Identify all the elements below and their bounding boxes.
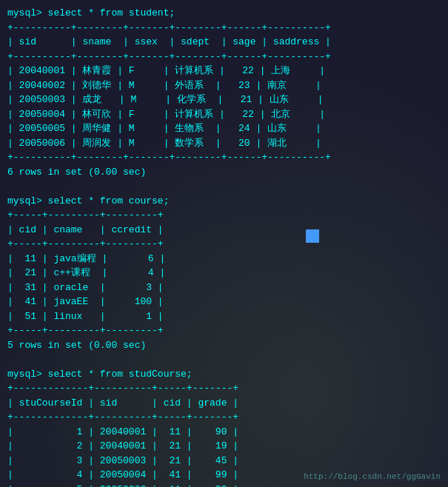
q3-row-1: | 2 | 20040001 | 21 | 19 | — [7, 440, 238, 451]
q3-row-3: | 4 | 20050004 | 41 | 99 | — [7, 469, 238, 480]
q2-row-3: | 41 | javaEE | 100 | — [7, 296, 164, 307]
q1-border-top: +----------+--------+-------+--------+--… — [7, 22, 331, 33]
q1-border-bottom: +----------+--------+-------+--------+--… — [7, 152, 331, 163]
q2-result: 5 rows in set (0.00 sec) — [7, 340, 146, 351]
q2-row-0: | 11 | java编程 | 6 | — [7, 253, 165, 264]
q3-header: | stuCourseId | sid | cid | grade | — [7, 397, 238, 409]
q2-header: | cid | cname | ccredit | — [7, 224, 164, 235]
q1-row-3: | 20050004 | 林可欣 | F | 计算机系 | 22 | 北京 | — [7, 109, 325, 120]
q2-border-top: +-----+---------+---------+ — [7, 209, 164, 221]
q1-result: 6 rows in set (0.00 sec) — [7, 167, 146, 178]
q3-border-top: +-------------+----------+-----+-------+ — [7, 383, 238, 394]
q1-border-mid: +----------+--------+-------+--------+--… — [7, 51, 331, 62]
q2-border-bottom: +-----+---------+---------+ — [7, 325, 164, 336]
terminal-window: mysql> select * from student; +---------… — [7, 6, 441, 487]
q2-row-2: | 31 | oracle | 3 | — [7, 282, 164, 293]
q2-row-1: | 21 | c++课程 | 4 | — [7, 267, 165, 278]
q3-row-4: | 5 | 20050006 | 11 | 39 | — [7, 484, 238, 488]
q1-row-1: | 20040002 | 刘德华 | M | 外语系 | 23 | 南京 | — [7, 80, 321, 91]
query2-prompt: mysql> select * from course; — [7, 195, 169, 206]
q3-row-0: | 1 | 20040001 | 11 | 90 | — [7, 426, 238, 437]
q1-row-4: | 20050005 | 周华健 | M | 生物系 | 24 | 山东 | — [7, 123, 321, 134]
q2-border-mid: +-----+---------+---------+ — [7, 238, 164, 249]
q1-row-2: | 20050003 | 成龙 | M | 化学系 | 21 | 山东 | — [7, 94, 323, 105]
q3-row-2: | 3 | 20050003 | 21 | 45 | — [7, 455, 238, 466]
q1-row-0: | 20040001 | 林青霞 | F | 计算机系 | 22 | 上海 | — [7, 65, 325, 76]
query1-prompt: mysql> select * from student; — [7, 7, 175, 19]
q3-border-mid: +-------------+----------+-----+-------+ — [7, 412, 238, 423]
q1-header: | sid | sname | ssex | sdept | sage | sa… — [7, 36, 331, 47]
terminal-content: mysql> select * from student; +---------… — [7, 6, 441, 487]
query3-prompt: mysql> select * from studCourse; — [7, 369, 193, 380]
q1-row-5: | 20050006 | 周润发 | M | 数学系 | 20 | 湖北 | — [7, 138, 321, 149]
q2-row-4: | 51 | linux | 1 | — [7, 311, 164, 322]
